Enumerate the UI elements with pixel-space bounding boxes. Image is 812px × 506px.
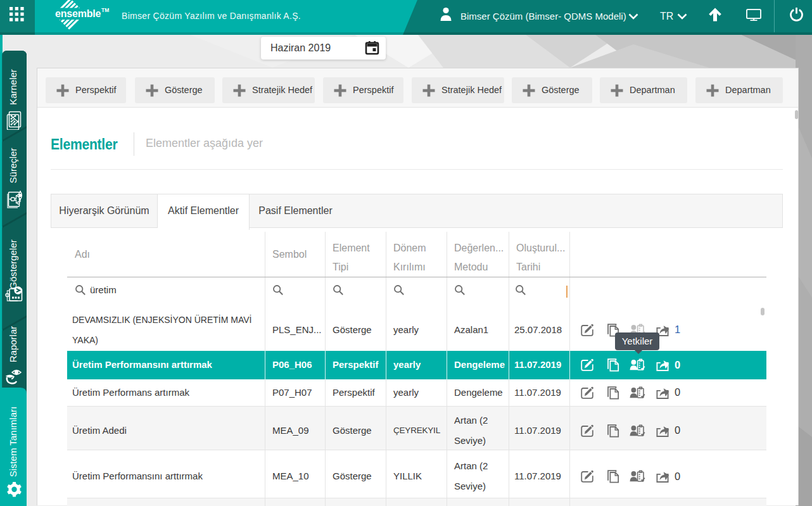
svg-text:TM: TM (101, 7, 109, 13)
svg-text:ensemble: ensemble (55, 8, 101, 19)
